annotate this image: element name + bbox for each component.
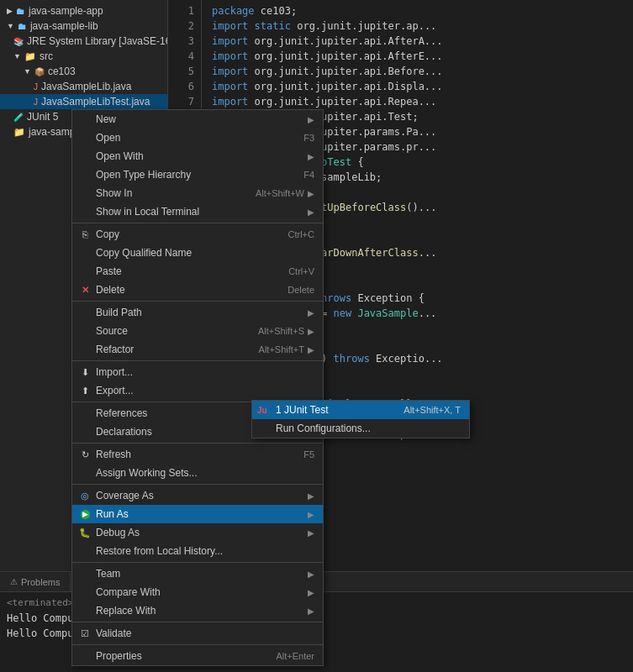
menu-item-export[interactable]: ⬆ Export... (72, 381, 323, 400)
menu-item-refresh[interactable]: ↻ Refresh F5 (72, 445, 323, 464)
separator (72, 301, 323, 302)
shortcut-label: Delete (287, 285, 314, 295)
problems-icon: ⚠ (10, 577, 18, 586)
menu-item-open[interactable]: Open F3 (72, 129, 323, 147)
tree-item-jre[interactable]: 📚 JRE System Library [JavaSE-16] (0, 34, 167, 49)
menu-item-copy-qualified[interactable]: Copy Qualified Name (72, 244, 323, 262)
refresh-icon: ↻ (77, 449, 92, 460)
java-file-icon: J (34, 82, 38, 92)
menu-item-new[interactable]: New ▶ (72, 110, 323, 129)
copy-icon: ⎘ (77, 229, 92, 239)
menu-item-copy[interactable]: ⎘ Copy Ctrl+C (72, 225, 323, 244)
submenu-arrow: ▶ (308, 588, 314, 597)
menu-label: Delete (96, 284, 271, 296)
submenu-arrow: ▶ (308, 491, 314, 501)
expand-icon: ▶ (7, 7, 13, 15)
shortcut-label: Alt+Shift+X, T (404, 405, 461, 415)
menu-item-paste[interactable]: Paste Ctrl+V (72, 262, 323, 281)
menu-item-build-path[interactable]: Build Path ▶ (72, 303, 323, 322)
menu-label: Open Type Hierarchy (96, 169, 287, 181)
shortcut-label: Ctrl+V (288, 266, 314, 276)
separator (72, 360, 323, 361)
menu-label: Paste (96, 265, 272, 277)
folder-icon: 📁 (13, 127, 25, 138)
delete-icon: ✕ (77, 285, 92, 296)
junit-lib-icon: 🧪 (13, 113, 24, 122)
menu-label: Properties (96, 650, 259, 662)
tree-item-label: ce103 (48, 66, 76, 77)
menu-item-open-with[interactable]: Open With ▶ (72, 147, 323, 165)
separator (72, 484, 323, 485)
menu-item-assign-working-sets[interactable]: Assign Working Sets... (72, 464, 323, 482)
menu-label: Build Path (96, 307, 304, 318)
menu-label: Validate (96, 627, 314, 639)
submenu-label: Run Configurations... (276, 423, 461, 434)
menu-item-refactor[interactable]: Refactor Alt+Shift+T ▶ (72, 340, 323, 359)
menu-label: Restore from Local History... (96, 545, 314, 557)
tree-item-javasamplelib[interactable]: J JavaSampleLib.java (0, 79, 167, 94)
submenu-arrow: ▶ (308, 189, 314, 198)
menu-item-validate[interactable]: ☑ Validate (72, 624, 323, 643)
menu-label: Team (96, 568, 304, 580)
menu-label: Compare With (96, 586, 304, 598)
shortcut-label: Alt+Shift+W (256, 188, 304, 198)
menu-item-properties[interactable]: Properties Alt+Enter (72, 647, 323, 665)
menu-item-source[interactable]: Source Alt+Shift+S ▶ (72, 322, 323, 340)
menu-item-compare-with[interactable]: Compare With ▶ (72, 583, 323, 601)
menu-label: Export... (96, 385, 314, 396)
menu-item-import[interactable]: ⬇ Import... (72, 363, 323, 381)
separator (72, 562, 323, 563)
submenu-arrow: ▶ (308, 308, 314, 318)
tree-item-src[interactable]: ▼ 📁 src (0, 49, 167, 64)
submenu-item-junit[interactable]: Ju 1 JUnit Test Alt+Shift+X, T (252, 401, 469, 419)
tree-item-label: JRE System Library [JavaSE-16] (27, 35, 167, 47)
submenu-arrow: ▶ (308, 327, 314, 336)
shortcut-label: F3 (303, 133, 314, 143)
import-icon: ⬇ (77, 367, 92, 378)
menu-label: Show in Local Terminal (96, 206, 304, 218)
package-icon: 📦 (34, 67, 45, 76)
menu-item-show-local-terminal[interactable]: Show in Local Terminal ▶ (72, 202, 323, 221)
tree-item-java-sample-lib[interactable]: ▼ 🖿 java-sample-lib (0, 18, 167, 34)
menu-item-open-type-hierarchy[interactable]: Open Type Hierarchy F4 (72, 165, 323, 184)
run-icon: ▶ (77, 510, 92, 519)
submenu-arrow: ▶ (308, 510, 314, 519)
submenu-arrow: ▶ (308, 528, 314, 538)
shortcut-label: Alt+Enter (276, 651, 314, 661)
menu-label: Import... (96, 366, 314, 378)
shortcut-label: Alt+Shift+T (259, 344, 304, 354)
library-icon: 📚 (13, 37, 24, 46)
java-file-icon: J (34, 97, 38, 107)
submenu-arrow: ▶ (308, 115, 314, 124)
menu-item-replace-with[interactable]: Replace With ▶ (72, 601, 323, 620)
menu-label: Refresh (96, 449, 287, 460)
menu-item-coverage-as[interactable]: ◎ Coverage As ▶ (72, 486, 323, 505)
separator (72, 443, 323, 444)
junit-icon: Ju (257, 406, 267, 415)
menu-item-delete[interactable]: ✕ Delete Delete (72, 281, 323, 299)
tree-item-java-sample-app[interactable]: ▶ 🖿 java-sample-app (0, 3, 167, 18)
submenu-item-run-configs[interactable]: Run Configurations... (252, 419, 469, 438)
check-icon: ☑ (77, 628, 92, 639)
separator (72, 223, 323, 223)
tab-problems[interactable]: ⚠ Problems (0, 572, 71, 591)
menu-label: Source (96, 325, 241, 337)
tree-item-label: JavaSampleLib.java (41, 81, 131, 92)
menu-label: Open With (96, 150, 304, 162)
menu-item-restore-history[interactable]: Restore from Local History... (72, 542, 323, 560)
tree-item-javasamplelibtest[interactable]: J JavaSampleLibTest.java (0, 94, 167, 109)
menu-label: Open (96, 132, 287, 144)
menu-label: Debug As (96, 527, 304, 538)
tree-item-label: JavaSampleLibTest.java (41, 96, 150, 108)
menu-label: Copy Qualified Name (96, 247, 314, 259)
submenu-arrow: ▶ (308, 152, 314, 161)
menu-label: Refactor (96, 344, 242, 355)
tree-item-label: JUnit 5 (27, 111, 58, 123)
menu-item-run-as[interactable]: ▶ Run As ▶ (72, 505, 323, 523)
menu-item-debug-as[interactable]: 🐛 Debug As ▶ (72, 523, 323, 542)
menu-item-show-in[interactable]: Show In Alt+Shift+W ▶ (72, 184, 323, 202)
menu-item-team[interactable]: Team ▶ (72, 564, 323, 583)
expand-icon: ▼ (13, 52, 21, 60)
menu-label: Coverage As (96, 490, 304, 501)
tree-item-ce103[interactable]: ▼ 📦 ce103 (0, 64, 167, 79)
